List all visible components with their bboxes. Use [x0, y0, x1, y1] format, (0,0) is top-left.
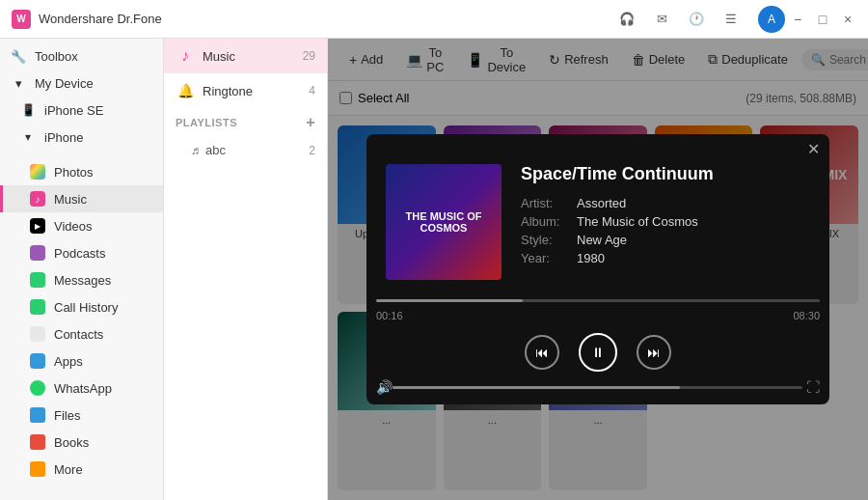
books-icon — [29, 433, 46, 451]
music-modal: ✕ THE MUSIC OF COSMOS Space/Time Continu… — [366, 134, 829, 404]
modal-progress-bar-container[interactable] — [376, 299, 820, 302]
podcasts-icon — [29, 244, 46, 262]
window-controls: − □ × — [789, 11, 856, 28]
messages-icon — [29, 271, 46, 289]
callhistory-icon — [29, 298, 46, 316]
middle-panel-abc-playlist[interactable]: ♬ abc 2 — [164, 137, 327, 163]
modal-style-row: Style: New Age — [521, 233, 810, 247]
ringtone-icon: 🔔 — [176, 81, 195, 100]
modal-meta: Artist: Assorted Album: The Music of Cos… — [521, 196, 810, 265]
menu-icon[interactable]: ☰ — [719, 8, 743, 31]
app-logo: W — [12, 10, 31, 29]
sidebar-item-iphone[interactable]: ▾ iPhone — [0, 124, 163, 151]
modal-controls: ⏮ ⏸ ⏭ — [366, 329, 829, 375]
modal-artist-row: Artist: Assorted — [521, 196, 810, 210]
modal-info: Space/Time Continuum Artist: Assorted Al… — [521, 164, 810, 280]
fullscreen-btn[interactable]: ⛶ — [806, 379, 820, 395]
time-current: 00:16 — [376, 310, 403, 321]
middle-panel-ringtone[interactable]: 🔔 Ringtone 4 — [164, 73, 327, 108]
music-list-icon: ♪ — [176, 46, 195, 66]
sidebar-item-contacts[interactable]: Contacts — [0, 320, 163, 347]
app-title: Wondershare Dr.Fone — [39, 12, 615, 26]
volume-bar[interactable] — [393, 386, 802, 389]
playlists-section-title: PLAYLISTS + — [164, 108, 327, 137]
toolbox-icon: 🔧 — [10, 47, 27, 65]
volume-icon: 🔊 — [376, 379, 393, 395]
sidebar-top-section: 🔧 Toolbox ▾ My Device 📱 iPhone SE ▾ iPho… — [0, 39, 163, 154]
close-btn[interactable]: × — [839, 11, 856, 28]
middle-panel-music[interactable]: ♪ Music 29 — [164, 39, 327, 73]
prev-btn[interactable]: ⏮ — [525, 335, 559, 370]
modal-header: ✕ — [366, 134, 829, 164]
time-total: 08:30 — [793, 310, 820, 321]
headphones-icon[interactable]: 🎧 — [615, 8, 638, 31]
sidebar-item-photos[interactable]: Photos — [0, 158, 163, 185]
sidebar-item-apps[interactable]: Apps — [0, 347, 163, 375]
sidebar-item-my-backup[interactable]: ▾ My Backup — [0, 490, 163, 500]
files-icon — [29, 406, 46, 424]
music-icon: ♪ — [29, 190, 46, 208]
content-area: + Add 💻 To PC 📱 To Device ↻ Refresh 🗑 De… — [328, 39, 868, 500]
history-icon[interactable]: 🕐 — [685, 8, 708, 31]
sidebar-backup-section: ▾ My Backup 📱 iPhone 03/15 📱 Noteerror 0… — [0, 486, 163, 500]
iphone-icon: ▾ — [19, 128, 37, 146]
modal-overlay: ✕ THE MUSIC OF COSMOS Space/Time Continu… — [328, 39, 868, 500]
sidebar-item-books[interactable]: Books — [0, 429, 163, 456]
sidebar-item-callhistory[interactable]: Call History — [0, 293, 163, 320]
iphone-se-icon: 📱 — [19, 101, 37, 119]
sidebar-item-files[interactable]: Files — [0, 402, 163, 429]
sidebar-item-music[interactable]: ♪ Music — [0, 185, 163, 212]
modal-year-row: Year: 1980 — [521, 251, 810, 265]
sidebar-device-items: Photos ♪ Music ▶ Videos Podcasts Message… — [0, 154, 163, 486]
volume-fill — [393, 386, 680, 389]
maximize-btn[interactable]: □ — [814, 11, 831, 28]
add-playlist-btn[interactable]: + — [306, 114, 315, 131]
photos-icon — [29, 163, 46, 181]
apps-icon — [29, 352, 46, 370]
progress-bar — [376, 299, 820, 302]
whatsapp-icon — [29, 379, 46, 397]
modal-time: 00:16 08:30 — [366, 310, 829, 321]
email-icon[interactable]: ✉ — [650, 8, 673, 31]
device-icon: ▾ — [10, 74, 27, 92]
backup-icon: ▾ — [10, 495, 27, 500]
sidebar-item-videos[interactable]: ▶ Videos — [0, 212, 163, 239]
minimize-btn[interactable]: − — [789, 11, 806, 28]
sidebar-item-messages[interactable]: Messages — [0, 266, 163, 293]
pause-btn[interactable]: ⏸ — [579, 333, 617, 372]
sidebar: 🔧 Toolbox ▾ My Device 📱 iPhone SE ▾ iPho… — [0, 39, 164, 500]
sidebar-item-iphone-se[interactable]: 📱 iPhone SE — [0, 97, 163, 124]
sidebar-item-whatsapp[interactable]: WhatsApp — [0, 375, 163, 402]
modal-song-title: Space/Time Continuum — [521, 164, 810, 184]
contacts-icon — [29, 325, 46, 343]
middle-panel: ♪ Music 29 🔔 Ringtone 4 PLAYLISTS + ♬ ab… — [164, 39, 328, 500]
sidebar-item-more[interactable]: More — [0, 456, 163, 483]
album-art: THE MUSIC OF COSMOS — [386, 164, 502, 280]
sidebar-item-my-device[interactable]: ▾ My Device — [0, 69, 163, 97]
more-icon — [29, 460, 46, 478]
playlist-icon: ♬ — [191, 144, 200, 157]
title-bar-icons: 🎧 ✉ 🕐 ☰ — [615, 8, 743, 31]
modal-album-row: Album: The Music of Cosmos — [521, 214, 810, 229]
title-bar: W Wondershare Dr.Fone 🎧 ✉ 🕐 ☰ A − □ × — [0, 0, 868, 39]
modal-content: THE MUSIC OF COSMOS Space/Time Continuum… — [366, 164, 829, 299]
modal-close-btn[interactable]: ✕ — [807, 140, 820, 158]
videos-icon: ▶ — [29, 217, 46, 235]
progress-fill — [376, 299, 523, 302]
avatar[interactable]: A — [758, 6, 785, 33]
sidebar-item-podcasts[interactable]: Podcasts — [0, 239, 163, 266]
main-layout: 🔧 Toolbox ▾ My Device 📱 iPhone SE ▾ iPho… — [0, 39, 868, 500]
sidebar-item-toolbox[interactable]: 🔧 Toolbox — [0, 42, 163, 69]
next-btn[interactable]: ⏭ — [637, 335, 671, 370]
modal-bottom: 🔊 ⛶ — [366, 375, 829, 404]
